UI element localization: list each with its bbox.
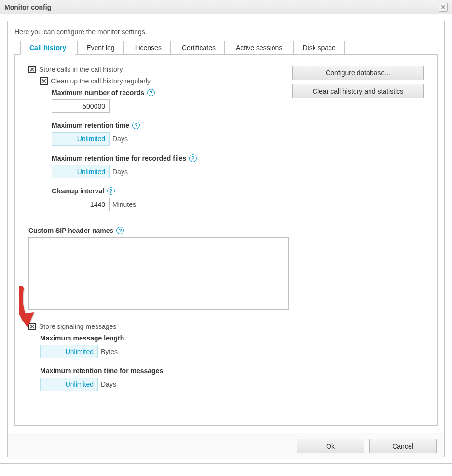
max-records-label: Maximum number of records xyxy=(52,89,144,96)
custom-sip-label-row: Custom SIP header names ? xyxy=(28,227,424,234)
tab-disk-space[interactable]: Disk space xyxy=(293,41,344,55)
max-retention-input-row: Days xyxy=(52,132,424,146)
cleanup-label: Clean up the call history regularly. xyxy=(51,77,152,85)
configure-database-button[interactable]: Configure database... xyxy=(292,66,424,80)
max-message-length-unit: Bytes xyxy=(101,348,118,355)
max-retention-messages-input-row: Days xyxy=(40,378,424,391)
dialog-title: Monitor config xyxy=(4,3,51,11)
custom-sip-label: Custom SIP header names xyxy=(28,227,113,234)
tab-event-log[interactable]: Event log xyxy=(77,41,123,55)
cleanup-interval-input-row: Minutes xyxy=(52,198,424,211)
store-signaling-label: Store signaling messages xyxy=(39,323,116,330)
store-signaling-row: ✕ Store signaling messages xyxy=(28,323,424,330)
help-icon[interactable]: ? xyxy=(107,187,115,195)
footer-bar: Ok Cancel xyxy=(8,433,444,459)
tab-licenses[interactable]: Licenses xyxy=(126,41,171,55)
monitor-config-dialog: Monitor config ✕ Here you can configure … xyxy=(0,0,452,464)
max-retention-label: Maximum retention time xyxy=(52,122,129,129)
tab-active-sessions[interactable]: Active sessions xyxy=(227,41,291,55)
custom-sip-textarea[interactable] xyxy=(28,237,289,310)
close-button[interactable]: ✕ xyxy=(439,3,448,12)
max-retention-messages-unit: Days xyxy=(101,381,116,388)
max-retention-files-group: Maximum retention time for recorded file… xyxy=(52,154,424,178)
help-icon[interactable]: ? xyxy=(132,122,140,129)
cancel-button[interactable]: Cancel xyxy=(369,439,437,453)
dialog-body: Here you can configure the monitor setti… xyxy=(0,14,452,463)
cleanup-checkbox[interactable]: ✕ xyxy=(40,77,48,85)
help-icon[interactable]: ? xyxy=(189,154,197,162)
tab-certificates[interactable]: Certificates xyxy=(173,41,225,55)
max-retention-label-row: Maximum retention time ? xyxy=(52,122,424,129)
max-retention-messages-label: Maximum retention time for messages xyxy=(40,367,163,375)
close-icon: ✕ xyxy=(440,4,446,11)
max-retention-files-label: Maximum retention time for recorded file… xyxy=(52,154,186,162)
max-message-length-group: Maximum message length Bytes xyxy=(40,334,424,358)
max-message-length-input[interactable] xyxy=(40,345,98,358)
clear-call-history-button[interactable]: Clear call history and statistics xyxy=(292,84,424,98)
max-retention-messages-input[interactable] xyxy=(40,378,98,391)
max-retention-files-input-row: Days xyxy=(52,165,424,178)
signaling-section: ✕ Store signaling messages Maximum messa… xyxy=(17,323,424,391)
max-message-length-label-row: Maximum message length xyxy=(40,334,424,342)
ok-button[interactable]: Ok xyxy=(297,439,364,453)
intro-text: Here you can configure the monitor setti… xyxy=(14,28,438,36)
max-retention-files-unit: Days xyxy=(112,168,128,176)
inner-panel: Here you can configure the monitor setti… xyxy=(7,21,445,457)
tab-strip: Call history Event log Licenses Certific… xyxy=(14,41,438,55)
store-signaling-checkbox[interactable]: ✕ xyxy=(28,323,36,330)
max-retention-input[interactable] xyxy=(52,132,110,146)
max-retention-messages-label-row: Maximum retention time for messages xyxy=(40,367,424,375)
custom-sip-group: Custom SIP header names ? xyxy=(28,227,424,311)
max-retention-files-label-row: Maximum retention time for recorded file… xyxy=(52,154,424,162)
max-message-length-input-row: Bytes xyxy=(40,345,424,358)
max-retention-unit: Days xyxy=(112,135,128,143)
max-retention-files-input[interactable] xyxy=(52,165,110,178)
store-calls-label: Store calls in the call history. xyxy=(39,66,124,73)
max-message-length-label: Maximum message length xyxy=(40,334,124,342)
store-calls-checkbox[interactable]: ✕ xyxy=(28,66,36,73)
max-retention-messages-group: Maximum retention time for messages Days xyxy=(40,367,424,391)
tab-content-call-history: Configure database... Clear call history… xyxy=(14,54,438,426)
cleanup-interval-label-row: Cleanup interval ? xyxy=(52,187,424,195)
cleanup-interval-input[interactable] xyxy=(52,198,110,211)
cleanup-interval-label: Cleanup interval xyxy=(52,187,104,195)
title-bar: Monitor config ✕ xyxy=(0,0,452,14)
help-icon[interactable]: ? xyxy=(147,89,155,96)
max-retention-group: Maximum retention time ? Days xyxy=(52,122,424,146)
tab-call-history[interactable]: Call history xyxy=(20,41,75,55)
side-buttons: Configure database... Clear call history… xyxy=(292,66,424,98)
help-icon[interactable]: ? xyxy=(116,227,124,234)
max-records-input[interactable] xyxy=(52,99,110,113)
max-records-input-row xyxy=(52,99,424,113)
cleanup-interval-group: Cleanup interval ? Minutes xyxy=(52,187,424,211)
cleanup-interval-unit: Minutes xyxy=(112,201,136,208)
